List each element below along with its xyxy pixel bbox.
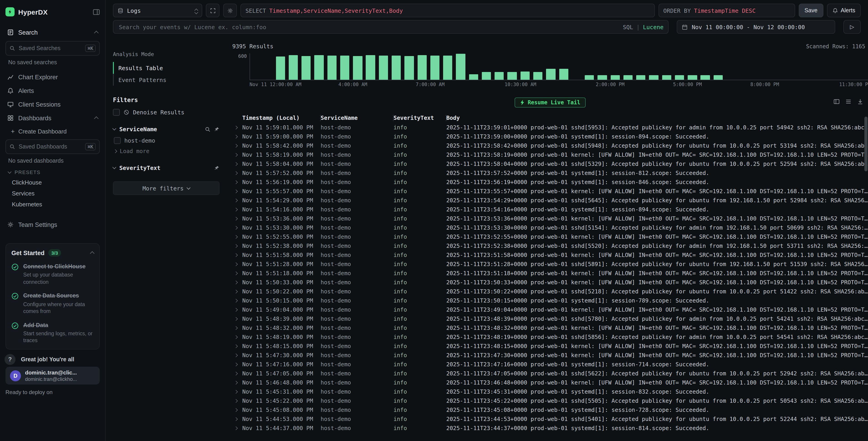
expand-row-button[interactable] [232,163,242,165]
preset-clickhouse[interactable]: ClickHouse [5,177,100,188]
expand-row-button[interactable] [232,227,242,229]
histogram-bar[interactable] [520,71,530,80]
table-row[interactable]: Nov 11 5:50:22.000 PM host-demo info 202… [232,287,868,296]
scrollbar[interactable] [864,44,868,440]
expand-row-button[interactable] [232,199,242,202]
expand-row-button[interactable] [232,318,242,320]
facet-servicename-header[interactable]: ServiceName [113,126,219,133]
histogram-bar[interactable] [585,76,594,80]
histogram-bar[interactable] [276,57,285,80]
expand-row-button[interactable] [232,272,242,275]
histogram-plot[interactable] [250,53,868,80]
table-row[interactable]: Nov 11 5:51:18.000 PM host-demo info 202… [232,269,868,278]
user-menu[interactable]: D dominic.tran@clic... dominic.tran@clic… [5,367,100,384]
column-header-severitytext[interactable]: SeverityText [394,115,446,121]
table-row[interactable]: Nov 11 5:47:16.000 PM host-demo info 202… [232,360,868,369]
column-header-timestamp[interactable]: Timestamp (Local) [242,115,320,121]
table-row[interactable]: Nov 11 5:44:37.000 PM host-demo info 202… [232,424,868,433]
expand-row-button[interactable] [232,181,242,184]
query-language-toggle[interactable]: SQL | Lucene [623,24,663,30]
preset-services[interactable]: Services [5,188,100,199]
get-started-item[interactable]: Connect to ClickHouse Set up your databa… [11,263,94,286]
histogram-bar[interactable] [507,72,517,80]
mode-results-table[interactable]: Results Table [113,62,219,74]
histogram-bar[interactable] [443,56,453,80]
table-row[interactable]: Nov 11 5:57:52.000 PM host-demo info 202… [232,169,868,178]
help-button[interactable]: ? [5,354,16,365]
expand-view-button[interactable] [206,4,219,17]
table-row[interactable]: Nov 11 5:48:19.000 PM host-demo info 202… [232,332,868,342]
histogram-bar[interactable] [392,56,401,80]
histogram-bar[interactable] [636,76,646,80]
chevron-up-icon[interactable] [90,251,94,256]
sidebar-collapse-icon[interactable] [93,9,100,15]
histogram-bar[interactable] [623,75,633,80]
date-range-picker[interactable]: Nov 11 00:00:00 - Nov 12 00:00:00 [677,20,835,34]
table-row[interactable]: Nov 11 5:49:04.000 PM host-demo info 202… [232,305,868,314]
table-row[interactable]: Nov 11 5:45:22.000 PM host-demo info 202… [232,396,868,406]
histogram-bar[interactable] [456,54,465,80]
expand-row-button[interactable] [232,208,242,211]
table-row[interactable]: Nov 11 5:54:29.000 PM host-demo info 202… [232,196,868,205]
histogram-bar[interactable] [688,76,697,80]
sidebar-item-chart-explorer[interactable]: Chart Explorer [5,70,100,84]
sidebar-item-team-settings[interactable]: Team Settings [5,218,100,231]
expand-row-button[interactable] [232,372,242,375]
facet-search-icon[interactable] [205,126,210,132]
expand-row-button[interactable] [232,308,242,311]
histogram-bar[interactable] [546,69,555,80]
sidebar-item-client-sessions[interactable]: Client Sessions [5,97,100,111]
table-row[interactable]: Nov 11 5:51:58.000 PM host-demo info 202… [232,251,868,260]
download-icon[interactable] [857,98,863,105]
histogram-bar[interactable] [430,56,440,80]
expand-row-button[interactable] [232,381,242,384]
event-search-field[interactable]: SQL | Lucene [113,20,669,34]
create-dashboard-button[interactable]: + Create Dashboard [9,125,100,138]
table-settings-icon[interactable] [833,98,840,105]
sidebar-item-alerts[interactable]: Alerts [5,84,100,97]
expand-row-button[interactable] [232,363,242,366]
table-row[interactable]: Nov 11 5:47:05.000 PM host-demo info 202… [232,369,868,378]
saved-searches-input[interactable]: Saved Searches ⌘K [5,41,100,56]
expand-row-button[interactable] [232,327,242,329]
column-header-body[interactable]: Body [446,115,868,121]
histogram-bar[interactable] [366,55,375,80]
expand-row-button[interactable] [232,281,242,284]
expand-row-button[interactable] [232,427,242,430]
expand-row-button[interactable] [232,263,242,266]
table-row[interactable]: Nov 11 5:59:01.000 PM host-demo info 202… [232,123,868,132]
expand-row-button[interactable] [232,400,242,402]
more-filters-button[interactable]: More filters [113,181,219,195]
table-row[interactable]: Nov 11 5:50:33.000 PM host-demo info 202… [232,278,868,287]
facet-severitytext-header[interactable]: SeverityText [113,165,219,171]
facet-value-host-demo[interactable]: host-demo [113,137,219,144]
expand-row-button[interactable] [232,409,242,411]
table-row[interactable]: Nov 11 5:53:36.000 PM host-demo info 202… [232,214,868,223]
presets-section[interactable]: PRESETS [8,170,100,175]
table-row[interactable]: Nov 11 5:48:15.000 PM host-demo info 202… [232,342,868,351]
histogram-bar[interactable] [302,56,311,80]
histogram-bar[interactable] [405,56,414,80]
histogram-bar[interactable] [675,75,684,80]
table-row[interactable]: Nov 11 5:45:31.000 PM host-demo info 202… [232,387,868,396]
resume-live-tail-button[interactable]: Resume Live Tail [515,97,586,108]
expand-row-button[interactable] [232,345,242,348]
alerts-button[interactable]: Alerts [827,4,861,17]
expand-row-button[interactable] [232,153,242,156]
source-select[interactable]: Logs [113,4,202,17]
denoise-results-checkbox[interactable]: Denoise Results [113,109,219,116]
table-row[interactable]: Nov 11 5:58:04.000 PM host-demo info 202… [232,159,868,169]
table-row[interactable]: Nov 11 5:48:32.000 PM host-demo info 202… [232,323,868,332]
sql-mode-option[interactable]: SQL [623,24,633,30]
expand-row-button[interactable] [232,217,242,220]
select-columns-input[interactable]: SELECT Timestamp,ServiceName,SeverityTex… [241,4,655,17]
histogram-bar[interactable] [495,72,504,80]
table-row[interactable]: Nov 11 5:54:16.000 PM host-demo info 202… [232,205,868,214]
histogram-bar[interactable] [662,76,671,80]
histogram-bar[interactable] [289,55,298,80]
histogram-bar[interactable] [559,69,568,80]
table-row[interactable]: Nov 11 5:59:00.000 PM host-demo info 202… [232,132,868,141]
expand-row-button[interactable] [232,418,242,420]
scrollbar-thumb[interactable] [864,117,868,171]
histogram-bar[interactable] [598,75,607,80]
